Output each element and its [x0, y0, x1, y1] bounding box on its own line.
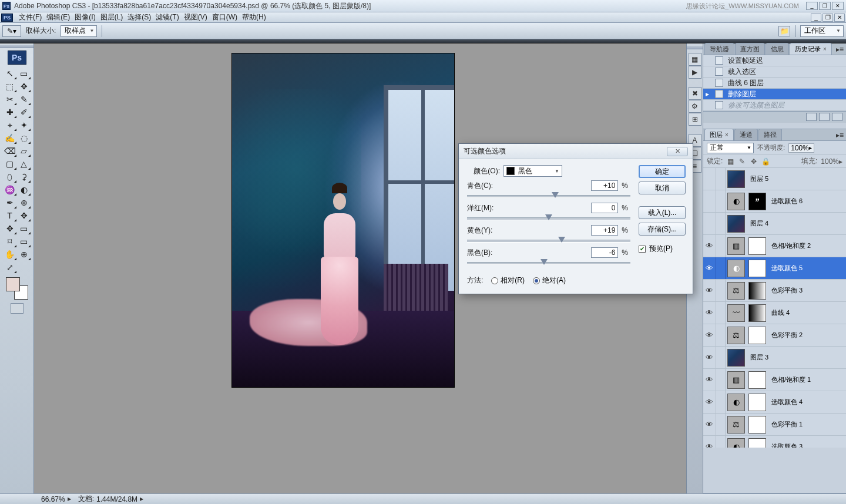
- layers-tab-图层[interactable]: 图层×: [704, 129, 734, 140]
- slider-value-input[interactable]: +19: [591, 225, 618, 236]
- layer-row[interactable]: 👁▥色相/饱和度 1: [703, 369, 846, 391]
- tool-14-1[interactable]: ⊕: [17, 248, 31, 261]
- visibility-toggle[interactable]: 👁: [703, 257, 716, 279]
- layer-row[interactable]: 👁⚖色彩平衡 2: [703, 324, 846, 347]
- tool-8-0[interactable]: ⬯: [3, 170, 17, 183]
- layer-name[interactable]: 选取颜色 3: [771, 442, 803, 448]
- layer-row[interactable]: 👁◐选取颜色 4: [703, 391, 846, 414]
- history-tab-导航器[interactable]: 导航器: [704, 43, 734, 55]
- layer-row[interactable]: 👁▥色相/饱和度 2: [703, 235, 846, 257]
- slider-thumb[interactable]: [545, 214, 552, 220]
- history-item[interactable]: 修改可选颜色图层: [703, 100, 846, 111]
- panel-shortcut-0[interactable]: ▦: [689, 53, 701, 66]
- panel-shortcut-1[interactable]: ▶: [689, 66, 701, 79]
- tool-7-1[interactable]: △: [17, 157, 31, 170]
- layers-tab-通道[interactable]: 通道: [734, 129, 758, 140]
- visibility-toggle[interactable]: 👁: [703, 436, 716, 448]
- tool-11-1[interactable]: ✥: [17, 209, 31, 222]
- tool-8-1[interactable]: ⚳: [17, 170, 31, 183]
- history-tab-历史记录[interactable]: 历史记录×: [790, 43, 832, 55]
- layer-thumbnail[interactable]: ◐: [727, 394, 745, 411]
- tool-11-0[interactable]: T: [3, 209, 17, 222]
- menu-选择(S)[interactable]: 选择(S): [125, 12, 153, 23]
- layer-thumbnail[interactable]: ⚖: [727, 282, 745, 300]
- load-button[interactable]: 载入(L)...: [639, 206, 686, 219]
- slider-thumb[interactable]: [558, 237, 565, 243]
- menu-文件(F)[interactable]: 文件(F): [16, 12, 44, 23]
- layer-row[interactable]: 👁◐选取颜色 3: [703, 436, 846, 448]
- doc-close-button[interactable]: ✕: [834, 14, 845, 22]
- layer-name[interactable]: 色彩平衡 1: [771, 420, 803, 429]
- dialog-close-button[interactable]: ✕: [667, 147, 688, 156]
- layer-thumbnail[interactable]: [727, 170, 745, 188]
- layer-thumbnail[interactable]: 🙷: [748, 193, 766, 210]
- tool-9-0[interactable]: ♒: [3, 183, 17, 196]
- layer-thumbnail[interactable]: [748, 438, 766, 448]
- tool-4-1[interactable]: ✦: [17, 119, 31, 132]
- window-minimize-button[interactable]: _: [806, 2, 818, 10]
- layer-row[interactable]: 图层 5: [703, 168, 846, 190]
- menu-视图(V)[interactable]: 视图(V): [182, 12, 210, 23]
- doc-size[interactable]: 文档:1.44M/24.8M▶: [78, 494, 143, 504]
- layer-thumbnail[interactable]: [748, 260, 766, 277]
- layer-list[interactable]: 图层 5◐🙷选取颜色 6图层 4👁▥色相/饱和度 2👁◐选取颜色 5👁⚖色彩平衡…: [703, 168, 846, 448]
- layer-row[interactable]: 👁〰曲线 4: [703, 302, 846, 324]
- visibility-toggle[interactable]: 👁: [703, 369, 716, 391]
- zoom-level[interactable]: 66.67%▶: [41, 495, 71, 503]
- lock-transparency-icon[interactable]: ▦: [726, 157, 734, 166]
- panel-shortcut-3[interactable]: ⚙: [689, 100, 701, 113]
- history-tab-直方图[interactable]: 直方图: [735, 43, 765, 55]
- layer-thumbnail[interactable]: ⚖: [727, 327, 745, 344]
- menu-帮助(H)[interactable]: 帮助(H): [240, 12, 268, 23]
- layer-row[interactable]: ◐🙷选取颜色 6: [703, 190, 846, 213]
- slider-track[interactable]: [467, 237, 630, 245]
- canvas-area[interactable]: 可选颜色选项 ✕ 颜色(O): 黑色 青色(C):+10%洋红(M):0%黄色(…: [34, 43, 686, 493]
- layer-row[interactable]: 👁图层 3: [703, 347, 846, 369]
- history-item[interactable]: 曲线 6 图层: [703, 78, 846, 89]
- history-item[interactable]: ▸删除图层: [703, 89, 846, 100]
- tool-10-1[interactable]: ⊕: [17, 196, 31, 209]
- menu-编辑(E)[interactable]: 编辑(E): [44, 12, 72, 23]
- quick-mask-toggle[interactable]: [11, 303, 24, 314]
- layer-name[interactable]: 色相/饱和度 2: [771, 241, 811, 250]
- panel-shortcut-4[interactable]: ⊞: [689, 113, 701, 126]
- tool-15-0[interactable]: ⤢: [3, 261, 17, 274]
- visibility-toggle[interactable]: 👁: [703, 280, 716, 301]
- toolbox-grip[interactable]: [0, 45, 33, 48]
- tool-5-1[interactable]: ◌: [17, 132, 31, 145]
- slider-track[interactable]: [467, 259, 630, 267]
- ps-menu-icon[interactable]: PS: [1, 14, 13, 22]
- layer-thumbnail[interactable]: ▥: [727, 371, 745, 389]
- tool-2-0[interactable]: ✂: [3, 93, 17, 106]
- tool-10-0[interactable]: ✒: [3, 196, 17, 209]
- tool-14-0[interactable]: ✋: [3, 248, 17, 261]
- visibility-toggle[interactable]: 👁: [703, 302, 716, 324]
- tool-2-1[interactable]: ✎: [17, 93, 31, 106]
- tool-0-0[interactable]: ↖: [3, 67, 17, 80]
- tool-13-0[interactable]: ⌑: [3, 235, 17, 248]
- layer-name[interactable]: 图层 5: [750, 174, 768, 183]
- layers-tab-路径[interactable]: 路径: [758, 129, 782, 140]
- slider-track[interactable]: [467, 214, 630, 223]
- tool-9-1[interactable]: ◐: [17, 183, 31, 196]
- slider-thumb[interactable]: [540, 259, 548, 265]
- layer-thumbnail[interactable]: ◐: [727, 438, 745, 448]
- opacity-input[interactable]: 100%▸: [788, 143, 814, 153]
- layers-panel-menu[interactable]: ▸≡: [834, 130, 846, 140]
- doc-minimize-button[interactable]: _: [811, 14, 821, 22]
- cancel-button[interactable]: 取消: [639, 182, 686, 194]
- tool-1-1[interactable]: ✥: [17, 80, 31, 93]
- ok-button[interactable]: 确定: [639, 165, 686, 178]
- menu-窗口(W)[interactable]: 窗口(W): [210, 12, 240, 23]
- slider-value-input[interactable]: 0: [591, 203, 618, 213]
- color-swatches[interactable]: [6, 277, 28, 300]
- visibility-toggle[interactable]: 👁: [703, 347, 716, 368]
- layer-thumbnail[interactable]: [748, 371, 766, 389]
- layer-thumbnail[interactable]: ⚖: [727, 416, 745, 434]
- blend-mode-combo[interactable]: 正常: [707, 143, 754, 153]
- lock-position-icon[interactable]: ✥: [750, 157, 758, 166]
- layer-thumbnail[interactable]: [748, 327, 766, 344]
- layer-name[interactable]: 色相/饱和度 1: [771, 375, 811, 384]
- tool-6-0[interactable]: ⌫: [3, 145, 17, 157]
- tool-1-0[interactable]: ⬚: [3, 80, 17, 93]
